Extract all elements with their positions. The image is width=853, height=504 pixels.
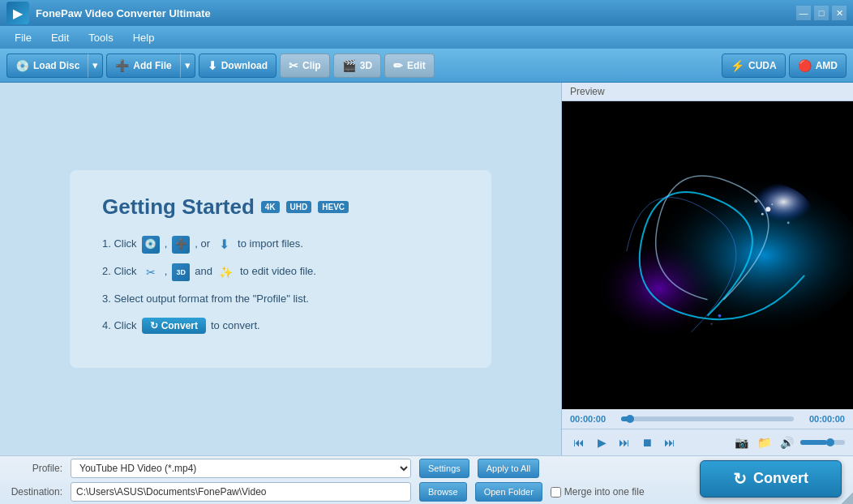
amd-icon: 🔴 <box>798 59 812 72</box>
time-start: 00:00:00 <box>570 414 615 424</box>
download-icon: ⬇ <box>208 59 217 72</box>
app-title: FonePaw Video Converter Ultimate <box>36 7 211 19</box>
convert-inline-button[interactable]: ↻ Convert <box>142 318 206 334</box>
timeline-handle <box>626 415 634 423</box>
3d-button[interactable]: 🎬 3D <box>333 53 381 78</box>
convert-button[interactable]: ↻ Convert <box>700 460 842 498</box>
svg-point-5 <box>761 213 764 216</box>
merge-checkbox-row: Merge into one file <box>551 486 645 498</box>
profile-label: Profile: <box>10 463 62 474</box>
amd-button[interactable]: 🔴 AMD <box>789 53 847 78</box>
video-timeline: 00:00:00 00:00:00 <box>562 409 853 429</box>
apply-to-all-button[interactable]: Apply to All <box>478 459 539 478</box>
destination-input[interactable] <box>71 482 411 502</box>
open-folder-ctrl-button[interactable]: 📁 <box>755 434 773 451</box>
step1-load-icon: 💿 <box>142 236 160 254</box>
badge-hevc: HEVC <box>318 201 349 213</box>
volume-fill <box>800 440 827 445</box>
step-1: 1. Click 💿 , ➕ , or ⬇ to import files. <box>102 236 459 254</box>
convert-refresh-icon: ↻ <box>733 469 747 489</box>
volume-icon[interactable]: 🔊 <box>778 434 795 451</box>
step1-add-icon: ➕ <box>172 236 190 254</box>
edit-button[interactable]: ✏ Edit <box>384 53 435 78</box>
fast-forward-button[interactable]: ⏭ <box>615 434 633 451</box>
step2-scissors-icon: ✂ <box>142 263 160 281</box>
preview-panel: Preview <box>561 83 853 455</box>
menu-help[interactable]: Help <box>125 28 163 47</box>
timeline-bar[interactable] <box>621 416 794 421</box>
stop-button[interactable]: ⏹ <box>638 434 656 451</box>
add-file-group: ➕ Add File ▾ <box>106 53 195 78</box>
title-bar: ▶ FonePaw Video Converter Ultimate — □ ✕ <box>0 0 853 26</box>
merge-label: Merge into one file <box>564 486 645 498</box>
menu-bar: File Edit Tools Help <box>0 26 853 49</box>
step2-wand-icon: ✨ <box>217 263 235 281</box>
load-disc-group: 💿 Load Disc ▾ <box>6 53 103 78</box>
preview-content <box>562 101 853 409</box>
menu-tools[interactable]: Tools <box>80 28 121 47</box>
getting-started-content: Getting Started 4K UHD HEVC 1. Click 💿 ,… <box>70 170 491 369</box>
app-icon: ▶ <box>6 2 29 24</box>
maximize-button[interactable]: □ <box>814 6 829 20</box>
merge-checkbox[interactable] <box>551 487 561 498</box>
step-2: 2. Click ✂ , 3D and ✨ to edit video file… <box>102 263 459 281</box>
svg-point-9 <box>718 314 721 318</box>
badge-4k: 4K <box>261 201 280 213</box>
add-file-icon: ➕ <box>115 59 129 72</box>
step-3: 3. Select output format from the "Profil… <box>102 291 459 308</box>
load-disc-icon: 💿 <box>15 59 29 72</box>
profile-select[interactable]: YouTube HD Video (*.mp4) <box>71 459 411 478</box>
settings-button[interactable]: Settings <box>419 459 469 478</box>
step2-3d-icon: 3D <box>172 263 190 281</box>
svg-point-10 <box>710 323 712 325</box>
cuda-button[interactable]: ⚡ CUDA <box>722 53 786 78</box>
bottom-left: Profile: YouTube HD Video (*.mp4) Settin… <box>0 455 700 504</box>
add-file-arrow[interactable]: ▾ <box>180 53 195 78</box>
getting-started-panel: Getting Started 4K UHD HEVC 1. Click 💿 ,… <box>0 83 561 455</box>
menu-edit[interactable]: Edit <box>43 28 77 47</box>
destination-label: Destination: <box>10 486 62 498</box>
cuda-icon: ⚡ <box>731 59 744 72</box>
svg-point-6 <box>771 203 773 205</box>
profile-row: Profile: YouTube HD Video (*.mp4) Settin… <box>10 459 690 478</box>
close-button[interactable]: ✕ <box>832 6 847 20</box>
resize-handle[interactable] <box>842 493 853 504</box>
edit-icon: ✏ <box>393 59 403 72</box>
volume-handle <box>826 438 834 446</box>
end-button[interactable]: ⏭ <box>661 434 679 451</box>
toolbar: 💿 Load Disc ▾ ➕ Add File ▾ ⬇ Download ✂ … <box>0 49 853 83</box>
getting-started-title: Getting Started 4K UHD HEVC <box>102 194 459 220</box>
clip-button[interactable]: ✂ Clip <box>280 53 330 78</box>
preview-video <box>562 101 853 409</box>
scissors-icon: ✂ <box>289 59 298 72</box>
bottom-wrapper: Profile: YouTube HD Video (*.mp4) Settin… <box>0 455 853 504</box>
svg-point-3 <box>715 182 812 247</box>
window-controls: — □ ✕ <box>796 6 847 20</box>
load-disc-arrow[interactable]: ▾ <box>88 53 103 78</box>
rewind-button[interactable]: ⏮ <box>570 434 588 451</box>
snapshot-button[interactable]: 📷 <box>732 434 750 451</box>
step-4: 4. Click ↻ Convert to convert. <box>102 318 459 335</box>
minimize-button[interactable]: — <box>796 6 811 20</box>
main-area: Getting Started 4K UHD HEVC 1. Click 💿 ,… <box>0 83 853 455</box>
svg-point-8 <box>787 222 790 224</box>
badge-uhd: UHD <box>286 201 312 213</box>
preview-title: Preview <box>562 83 853 101</box>
volume-slider[interactable] <box>800 440 845 445</box>
menu-file[interactable]: File <box>6 28 40 47</box>
load-disc-button[interactable]: 💿 Load Disc <box>6 53 88 78</box>
add-file-button[interactable]: ➕ Add File <box>106 53 179 78</box>
browse-button[interactable]: Browse <box>419 482 467 502</box>
dest-row: Destination: Browse Open Folder Merge in… <box>10 482 690 502</box>
step1-download-icon: ⬇ <box>215 236 233 254</box>
play-button[interactable]: ▶ <box>593 434 611 451</box>
svg-point-7 <box>754 199 757 203</box>
open-folder-button[interactable]: Open Folder <box>475 482 542 502</box>
3d-icon: 🎬 <box>342 59 356 72</box>
download-button[interactable]: ⬇ Download <box>199 53 276 78</box>
video-controls: ⏮ ▶ ⏭ ⏹ ⏭ 📷 📁 🔊 <box>562 429 853 455</box>
svg-point-4 <box>765 207 770 211</box>
time-end: 00:00:00 <box>800 414 845 424</box>
